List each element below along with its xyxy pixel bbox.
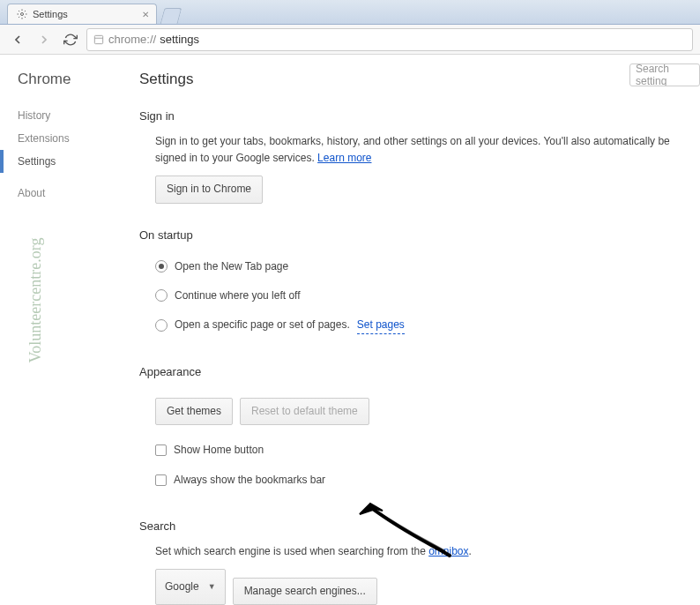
search-engine-value: Google bbox=[165, 579, 199, 595]
startup-option-label: Open the New Tab page bbox=[175, 258, 288, 275]
startup-option-continue[interactable]: Continue where you left off bbox=[155, 281, 691, 310]
startup-option-label: Open a specific page or set of pages. bbox=[175, 317, 350, 333]
section-startup: On startup Open the New Tab page Continu… bbox=[139, 228, 691, 341]
sidebar-item-extensions[interactable]: Extensions bbox=[18, 127, 132, 150]
startup-option-newtab[interactable]: Open the New Tab page bbox=[155, 252, 691, 281]
browser-nav-bar: chrome://settings bbox=[0, 25, 700, 55]
svg-point-0 bbox=[21, 13, 24, 16]
sidebar-title: Chrome bbox=[18, 71, 132, 88]
tab-title: Settings bbox=[33, 9, 68, 19]
radio-icon bbox=[155, 260, 168, 273]
search-title: Search bbox=[139, 519, 691, 533]
omnibox-link[interactable]: omnibox bbox=[428, 545, 468, 557]
browser-tab-settings[interactable]: Settings ✕ bbox=[7, 4, 157, 24]
svg-rect-1 bbox=[94, 35, 102, 43]
section-appearance: Appearance Get themes Reset to default t… bbox=[139, 365, 691, 495]
page-title: Settings bbox=[139, 71, 691, 88]
sidebar-item-settings[interactable]: Settings bbox=[0, 150, 132, 173]
show-bookmarks-label: Always show the bookmarks bar bbox=[174, 472, 325, 489]
show-bookmarks-checkbox-row[interactable]: Always show the bookmarks bar bbox=[155, 466, 691, 495]
search-engine-dropdown[interactable]: Google ▼ bbox=[155, 569, 226, 605]
manage-search-engines-button[interactable]: Manage search engines... bbox=[233, 578, 377, 605]
settings-sidebar: Chrome History Extensions Settings About bbox=[0, 55, 132, 605]
sidebar-item-history[interactable]: History bbox=[18, 104, 132, 127]
address-bar[interactable]: chrome://settings bbox=[86, 28, 693, 51]
url-scheme: chrome:// bbox=[108, 33, 156, 46]
signin-button[interactable]: Sign in to Chrome bbox=[155, 176, 263, 203]
checkbox-icon bbox=[155, 444, 167, 456]
back-button[interactable] bbox=[7, 29, 28, 50]
new-tab-button[interactable] bbox=[160, 8, 182, 24]
startup-option-label: Continue where you left off bbox=[175, 288, 301, 304]
show-home-checkbox-row[interactable]: Show Home button bbox=[155, 436, 691, 465]
section-signin: Sign in Sign in to get your tabs, bookma… bbox=[139, 109, 691, 204]
page-icon bbox=[93, 34, 105, 46]
radio-icon bbox=[155, 319, 168, 332]
signin-description: Sign in to get your tabs, bookmarks, his… bbox=[155, 135, 670, 164]
url-path: settings bbox=[160, 33, 199, 46]
signin-learn-more-link[interactable]: Learn more bbox=[317, 152, 371, 164]
signin-title: Sign in bbox=[139, 109, 691, 123]
reset-theme-button[interactable]: Reset to default theme bbox=[240, 398, 369, 425]
settings-search-input[interactable]: Search setting bbox=[629, 63, 700, 86]
section-search: Search Set which search engine is used w… bbox=[139, 519, 691, 605]
set-pages-link[interactable]: Set pages bbox=[357, 317, 405, 334]
get-themes-button[interactable]: Get themes bbox=[155, 398, 233, 425]
browser-tab-bar: Settings ✕ bbox=[0, 0, 700, 25]
chevron-down-icon: ▼ bbox=[208, 580, 216, 593]
search-placeholder: Search setting bbox=[636, 63, 694, 86]
settings-main: Settings Search setting Sign in Sign in … bbox=[132, 55, 700, 605]
sidebar-item-about[interactable]: About bbox=[18, 182, 132, 205]
gear-icon bbox=[17, 9, 27, 19]
show-home-label: Show Home button bbox=[174, 442, 264, 459]
appearance-title: Appearance bbox=[139, 365, 691, 378]
checkbox-icon bbox=[155, 474, 167, 486]
startup-title: On startup bbox=[139, 228, 691, 242]
close-icon[interactable]: ✕ bbox=[142, 10, 149, 19]
radio-icon bbox=[155, 289, 168, 302]
forward-button[interactable] bbox=[34, 29, 55, 50]
reload-button[interactable] bbox=[60, 29, 81, 50]
search-description: Set which search engine is used when sea… bbox=[155, 545, 428, 557]
startup-option-specific[interactable]: Open a specific page or set of pages. Se… bbox=[155, 310, 691, 340]
